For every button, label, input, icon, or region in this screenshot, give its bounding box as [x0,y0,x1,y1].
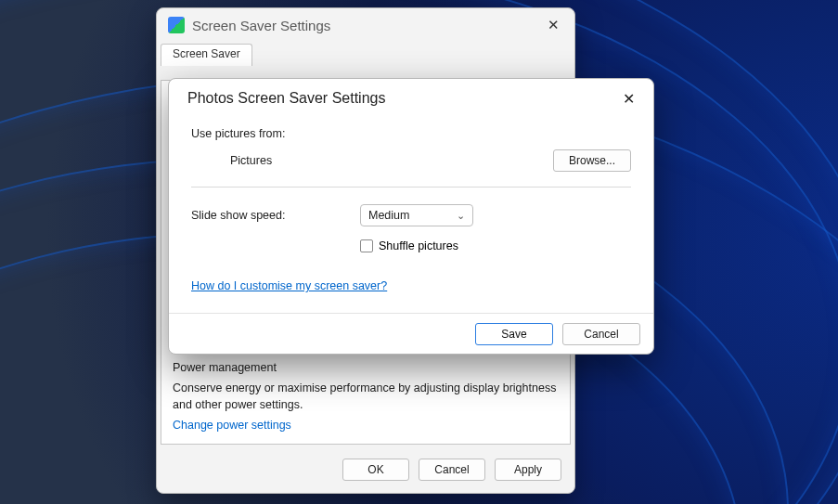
slide-show-speed-value: Medium [368,209,409,222]
pictures-folder-row: Pictures Browse... [191,149,631,172]
power-management-text: Conserve energy or maximise performance … [173,380,559,413]
app-icon [168,17,185,33]
titlebar[interactable]: Screen Saver Settings ✕ [157,8,574,42]
close-icon[interactable]: ✕ [615,86,642,111]
dialog-title: Photos Screen Saver Settings [187,90,615,107]
help-row: How do I customise my screen saver? [191,277,631,293]
slide-show-speed-select[interactable]: Medium ⌄ [360,204,473,226]
pictures-folder-value: Pictures [230,154,272,167]
cancel-button[interactable]: Cancel [562,323,640,345]
tab-screen-saver[interactable]: Screen Saver [161,44,252,66]
cancel-button[interactable]: Cancel [419,459,485,481]
divider [191,187,631,187]
close-icon[interactable]: ✕ [538,17,569,33]
browse-button[interactable]: Browse... [553,149,631,172]
dialog-button-bar: OK Cancel Apply [157,446,574,493]
power-management-section: Power management Conserve energy or maxi… [173,361,559,433]
window-title: Screen Saver Settings [192,18,538,33]
use-pictures-row: Use pictures from: [191,127,631,140]
shuffle-pictures-checkbox[interactable] [360,239,373,252]
dialog-body: Use pictures from: Pictures Browse... Sl… [169,118,653,293]
tab-strip: Screen Saver [157,44,574,66]
photos-screen-saver-settings-dialog: Photos Screen Saver Settings ✕ Use pictu… [168,78,654,355]
apply-button[interactable]: Apply [495,459,561,481]
slide-show-speed-label: Slide show speed: [191,209,360,222]
change-power-settings-link[interactable]: Change power settings [173,419,291,432]
dialog-button-bar: Save Cancel [169,313,653,354]
save-button[interactable]: Save [475,323,553,345]
ok-button[interactable]: OK [342,459,409,481]
tab-label: Screen Saver [173,47,240,60]
slide-show-speed-row: Slide show speed: Medium ⌄ [191,204,631,226]
shuffle-pictures-row: Shuffle pictures [360,239,631,252]
titlebar[interactable]: Photos Screen Saver Settings ✕ [169,79,653,118]
shuffle-pictures-label: Shuffle pictures [379,239,458,252]
power-management-label: Power management [173,361,559,374]
chevron-down-icon: ⌄ [457,210,465,222]
use-pictures-label: Use pictures from: [191,127,285,140]
customise-screen-saver-help-link[interactable]: How do I customise my screen saver? [191,279,387,292]
